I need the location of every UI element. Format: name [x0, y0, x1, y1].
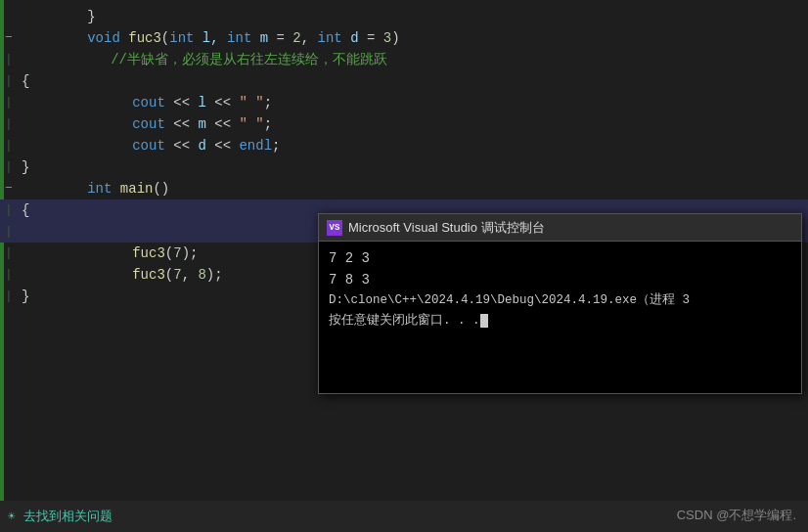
gutter-10: |	[0, 200, 18, 221]
line-content-9: int main()	[18, 156, 169, 221]
code-line-7: | cout << d << endl;	[0, 135, 808, 156]
fn-main: main	[120, 181, 154, 197]
console-close-prompt: 按任意键关闭此窗口. . .	[329, 310, 791, 332]
gutter-6: |	[0, 113, 18, 135]
code-editor: } − void fuc3(int l, int m = 2, int d = …	[0, 0, 808, 532]
code-line-9: − int main()	[0, 178, 808, 200]
console-title: Microsoft Visual Studio 调试控制台	[348, 219, 545, 237]
gutter-7: |	[0, 135, 18, 156]
gutter-8: |	[0, 156, 18, 178]
bottom-link[interactable]: ☀ 去找到相关问题	[8, 508, 112, 525]
gutter-9: −	[0, 178, 18, 200]
csdn-watermark: CSDN @不想学编程.	[677, 507, 796, 524]
bottom-bar: ☀ 去找到相关问题 CSDN @不想学编程.	[0, 501, 808, 532]
gutter-13: |	[0, 264, 18, 286]
line-content-13: fuc3(7, 8);	[18, 243, 223, 307]
line-content-14: }	[18, 286, 29, 307]
gutter-1	[0, 6, 18, 27]
cursor-blink	[480, 314, 488, 328]
debug-console-window[interactable]: VS Microsoft Visual Studio 调试控制台 7 2 3 7…	[318, 213, 802, 394]
console-titlebar: VS Microsoft Visual Studio 调试控制台	[319, 214, 801, 242]
gutter-5: |	[0, 92, 18, 113]
gutter-2: −	[0, 27, 18, 49]
gutter-4: |	[0, 70, 18, 92]
gutter-11: |	[0, 221, 18, 243]
gutter-3: |	[0, 49, 18, 70]
console-path-line: D:\clone\C++\2024.4.19\Debug\2024.4.19.e…	[329, 290, 791, 310]
keyword-int-main: int	[87, 181, 120, 197]
line-content-10: {	[18, 200, 29, 221]
console-body: 7 2 3 7 8 3 D:\clone\C++\2024.4.19\Debug…	[319, 242, 801, 337]
gutter-14: |	[0, 286, 18, 307]
code-line-3: | //半缺省，必须是从右往左连续给，不能跳跃	[0, 49, 808, 70]
comment-halfdefault: //半缺省，必须是从右往左连续给，不能跳跃	[111, 52, 387, 67]
gutter-12: |	[0, 243, 18, 264]
vs-logo-icon: VS	[327, 220, 342, 236]
console-output-line-2: 7 8 3	[329, 269, 791, 290]
console-output-line-1: 7 2 3	[329, 247, 791, 269]
